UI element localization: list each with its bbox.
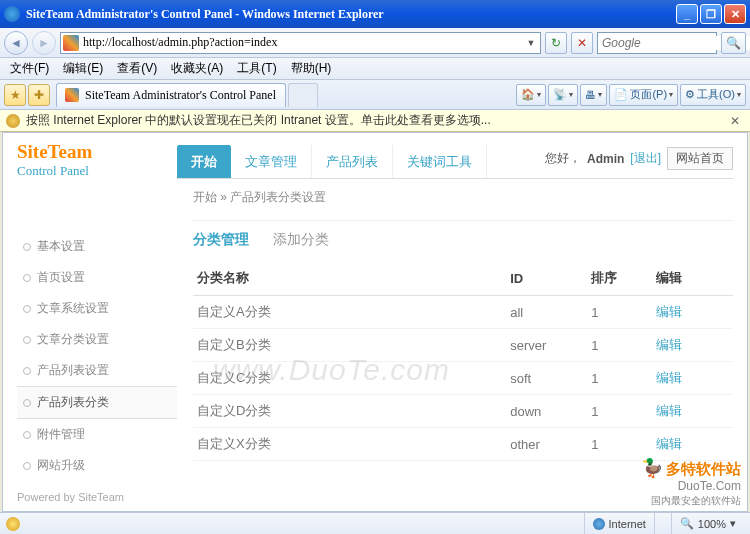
sidebar-item[interactable]: 附件管理 [17, 419, 177, 450]
tab-favicon [65, 88, 79, 102]
navtab-articles[interactable]: 文章管理 [231, 145, 312, 178]
infobar-close-icon[interactable]: ✕ [726, 114, 744, 128]
navtab-keywords[interactable]: 关键词工具 [393, 145, 487, 178]
globe-icon [593, 518, 605, 530]
navtab-start[interactable]: 开始 [177, 145, 231, 178]
edit-link[interactable]: 编辑 [652, 428, 733, 461]
th-sort: 排序 [587, 261, 652, 296]
cell-sort: 1 [587, 428, 652, 461]
user-box: 您好， Admin [退出] 网站首页 [545, 147, 733, 176]
site-home-button[interactable]: 网站首页 [667, 147, 733, 170]
breadcrumb: 开始 » 产品列表分类设置 [193, 179, 733, 221]
th-name: 分类名称 [193, 261, 506, 296]
sidebar-item[interactable]: 产品列表设置 [17, 355, 177, 386]
cell-name: 自定义A分类 [193, 296, 506, 329]
logo-line2: Control Panel [17, 163, 177, 179]
print-button[interactable]: 🖶▾ [580, 84, 607, 106]
sidebar: 基本设置首页设置文章系统设置文章分类设置产品列表设置产品列表分类附件管理网站升级 [17, 221, 177, 481]
forward-button[interactable]: ► [32, 31, 56, 55]
address-bar[interactable]: ▼ [60, 32, 541, 54]
cell-id: soft [506, 362, 587, 395]
favorites-star-icon[interactable]: ★ [4, 84, 26, 106]
cell-name: 自定义D分类 [193, 395, 506, 428]
th-id: ID [506, 261, 587, 296]
sidebar-item[interactable]: 首页设置 [17, 262, 177, 293]
cell-id: server [506, 329, 587, 362]
menu-edit[interactable]: 编辑(E) [57, 58, 109, 79]
cell-name: 自定义X分类 [193, 428, 506, 461]
edit-link[interactable]: 编辑 [652, 296, 733, 329]
tabs-toolbar: ★ ✚ SiteTeam Administrator's Control Pan… [0, 80, 750, 110]
sidebar-item[interactable]: 网站升级 [17, 450, 177, 481]
status-bar: Internet 🔍 100% ▾ [0, 512, 750, 534]
window-close-button[interactable]: ✕ [724, 4, 746, 24]
navtab-products[interactable]: 产品列表 [312, 145, 393, 178]
address-input[interactable] [83, 35, 524, 50]
sidebar-item[interactable]: 基本设置 [17, 231, 177, 262]
user-name: Admin [587, 152, 624, 166]
search-box[interactable] [597, 32, 717, 54]
cell-sort: 1 [587, 395, 652, 428]
tab-title: SiteTeam Administrator's Control Panel [85, 88, 276, 103]
duote-badge: 🦆 多特软件站 DuoTe.Com 国内最安全的软件站 [641, 458, 741, 507]
search-button[interactable]: 🔍 [721, 32, 746, 54]
panel-tab-manage[interactable]: 分类管理 [193, 231, 249, 249]
table-row: 自定义D分类down1编辑 [193, 395, 733, 428]
refresh-button[interactable]: ↻ [545, 32, 567, 54]
info-bar[interactable]: 按照 Internet Explorer 中的默认设置现在已关闭 Intrane… [0, 110, 750, 132]
infobar-text: 按照 Internet Explorer 中的默认设置现在已关闭 Intrane… [26, 112, 491, 129]
stop-button[interactable]: ✕ [571, 32, 593, 54]
logo-line1: SiteTeam [17, 141, 177, 163]
page-content: SiteTeam Control Panel 开始 文章管理 产品列表 关键词工… [2, 132, 748, 512]
page-menu[interactable]: 📄页面(P)▾ [609, 84, 678, 106]
sidebar-item[interactable]: 文章分类设置 [17, 324, 177, 355]
home-button[interactable]: 🏠▾ [516, 84, 546, 106]
cell-id: other [506, 428, 587, 461]
add-favorite-icon[interactable]: ✚ [28, 84, 50, 106]
panel-tab-add[interactable]: 添加分类 [273, 231, 329, 249]
window-title: SiteTeam Administrator's Control Panel -… [26, 7, 384, 22]
main-nav: 开始 文章管理 产品列表 关键词工具 您好， Admin [退出] 网站首页 [177, 145, 733, 179]
status-protected-mode [654, 513, 671, 534]
window-titlebar: SiteTeam Administrator's Control Panel -… [0, 0, 750, 28]
address-dropdown-icon[interactable]: ▼ [524, 38, 538, 48]
status-zone: Internet [584, 513, 654, 534]
cell-sort: 1 [587, 296, 652, 329]
logout-link[interactable]: [退出] [630, 150, 661, 167]
status-warning-icon [6, 517, 20, 531]
table-row: 自定义C分类soft1编辑 [193, 362, 733, 395]
menu-tools[interactable]: 工具(T) [231, 58, 282, 79]
sidebar-item[interactable]: 文章系统设置 [17, 293, 177, 324]
category-table: 分类名称 ID 排序 编辑 自定义A分类all1编辑自定义B分类server1编… [193, 261, 733, 461]
menu-bar: 文件(F) 编辑(E) 查看(V) 收藏夹(A) 工具(T) 帮助(H) [0, 58, 750, 80]
browser-tab[interactable]: SiteTeam Administrator's Control Panel [56, 83, 286, 107]
cell-name: 自定义C分类 [193, 362, 506, 395]
table-row: 自定义X分类other1编辑 [193, 428, 733, 461]
edit-link[interactable]: 编辑 [652, 362, 733, 395]
site-favicon [63, 35, 79, 51]
cell-sort: 1 [587, 329, 652, 362]
menu-view[interactable]: 查看(V) [111, 58, 163, 79]
edit-link[interactable]: 编辑 [652, 395, 733, 428]
feeds-button[interactable]: 📡▾ [548, 84, 578, 106]
shield-icon [6, 114, 20, 128]
ie-icon [4, 6, 20, 22]
menu-favorites[interactable]: 收藏夹(A) [165, 58, 229, 79]
cell-id: down [506, 395, 587, 428]
cell-name: 自定义B分类 [193, 329, 506, 362]
window-maximize-button[interactable]: ❐ [700, 4, 722, 24]
cell-id: all [506, 296, 587, 329]
powered-by: Powered by SiteTeam [17, 491, 124, 503]
back-button[interactable]: ◄ [4, 31, 28, 55]
table-row: 自定义A分类all1编辑 [193, 296, 733, 329]
status-zoom[interactable]: 🔍 100% ▾ [671, 513, 744, 534]
logo: SiteTeam Control Panel [17, 141, 177, 179]
sidebar-item[interactable]: 产品列表分类 [17, 386, 177, 419]
tools-menu[interactable]: ⚙工具(O)▾ [680, 84, 746, 106]
edit-link[interactable]: 编辑 [652, 329, 733, 362]
window-minimize-button[interactable]: _ [676, 4, 698, 24]
menu-help[interactable]: 帮助(H) [285, 58, 338, 79]
new-tab-button[interactable] [288, 83, 318, 107]
menu-file[interactable]: 文件(F) [4, 58, 55, 79]
th-op: 编辑 [652, 261, 733, 296]
